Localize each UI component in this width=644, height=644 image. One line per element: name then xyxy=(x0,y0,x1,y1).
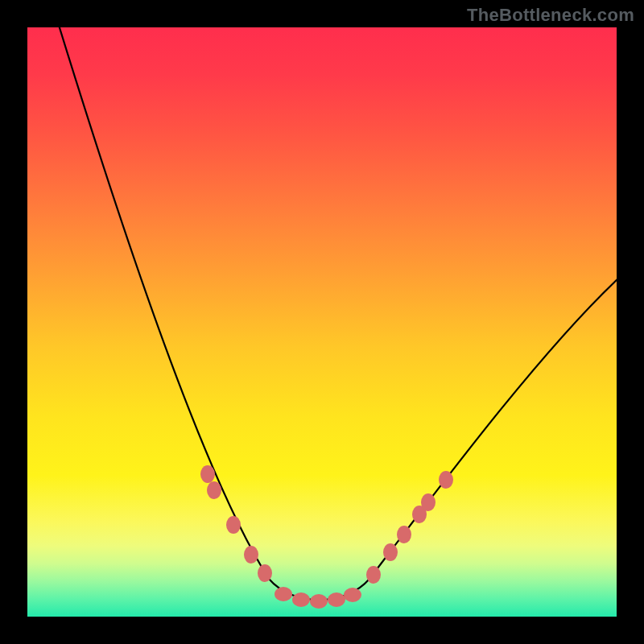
data-marker xyxy=(344,588,361,602)
data-marker xyxy=(366,566,381,584)
data-marker xyxy=(207,481,221,499)
data-marker xyxy=(200,465,215,483)
data-marker xyxy=(258,564,272,582)
data-marker xyxy=(328,592,345,607)
data-marker xyxy=(439,471,453,489)
data-marker xyxy=(421,493,436,511)
data-marker xyxy=(226,516,241,534)
chart-frame: TheBottleneck.com xyxy=(0,0,644,644)
data-marker xyxy=(244,546,258,564)
bottleneck-curve-svg xyxy=(27,27,617,617)
data-marker xyxy=(397,526,411,543)
data-marker xyxy=(275,587,292,601)
data-marker xyxy=(310,594,328,609)
bottleneck-curve xyxy=(58,27,617,600)
plot-area xyxy=(27,27,617,617)
data-marker xyxy=(383,543,398,561)
data-marker xyxy=(292,592,310,607)
marker-group xyxy=(200,465,453,609)
watermark-text: TheBottleneck.com xyxy=(467,5,634,26)
